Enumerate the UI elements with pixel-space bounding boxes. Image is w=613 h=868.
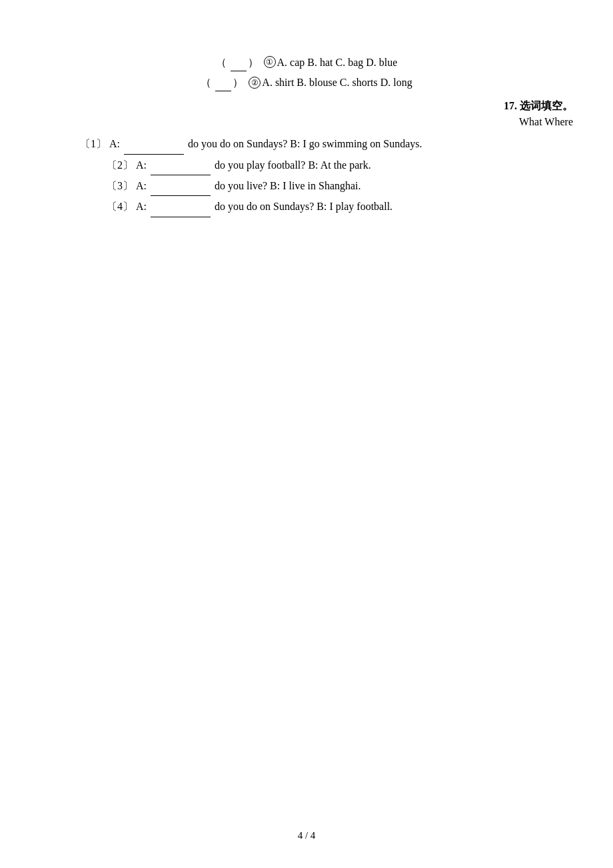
section-17-title: 17. 选词填空。: [40, 99, 573, 113]
fill-blank-1: [124, 133, 184, 154]
fill-suffix-4: do you do on Sundays? B: I play football…: [215, 201, 392, 212]
fill-prefix-4: A:: [136, 201, 149, 212]
fill-prefix-1: A:: [109, 138, 123, 149]
fill-blank-3: [151, 175, 211, 196]
circle-1: ①: [264, 56, 276, 68]
fill-row-1: 〔1〕 A: do you do on Sundays? B: I go swi…: [80, 133, 422, 154]
fill-row-3: 〔3〕 A: do you live? B: I live in Shangha…: [80, 175, 361, 196]
fill-num-4: 〔4〕: [80, 201, 133, 212]
bracket-open-1: （: [216, 54, 227, 71]
fill-suffix-1: do you do on Sundays? B: I go swimming o…: [188, 138, 422, 149]
fill-suffix-2: do you play football? B: At the park.: [215, 159, 371, 171]
mc-options-1: A. cap B. hat C. bag D. blue: [277, 54, 398, 71]
mc-row-2: （ ） ② A. shirt B. blouse C. shorts D. lo…: [201, 74, 412, 92]
bracket-open-2: （: [201, 74, 211, 91]
fill-suffix-3: do you live? B: I live in Shanghai.: [215, 180, 361, 191]
fill-num-1: 〔1〕: [80, 138, 107, 149]
multiple-choice-section: （ ） ① A. cap B. hat C. bag D. blue （ ） ②…: [40, 53, 573, 94]
fill-blank-4: [151, 196, 211, 217]
page-footer: 4 / 4: [0, 830, 613, 841]
mc-answer-1: [231, 53, 247, 71]
fill-num-3: 〔3〕: [80, 180, 133, 191]
fill-prefix-2: A:: [136, 159, 149, 171]
circle-2: ②: [249, 77, 261, 89]
word-choice-header: What Where: [40, 116, 573, 128]
bracket-close-2: ）: [233, 74, 243, 91]
bracket-close-1: ）: [248, 54, 259, 71]
fill-blank-section: 〔1〕 A: do you do on Sundays? B: I go swi…: [40, 133, 573, 217]
mc-row-1: （ ） ① A. cap B. hat C. bag D. blue: [216, 53, 398, 71]
mc-answer-2: [215, 74, 231, 92]
fill-blank-2: [151, 155, 211, 175]
fill-row-4: 〔4〕 A: do you do on Sundays? B: I play f…: [80, 196, 392, 217]
fill-prefix-3: A:: [136, 180, 149, 191]
fill-num-2: 〔2〕: [80, 159, 133, 171]
fill-row-2: 〔2〕 A: do you play football? B: At the p…: [80, 155, 371, 175]
mc-options-2: A. shirt B. blouse C. shorts D. long: [262, 74, 412, 91]
